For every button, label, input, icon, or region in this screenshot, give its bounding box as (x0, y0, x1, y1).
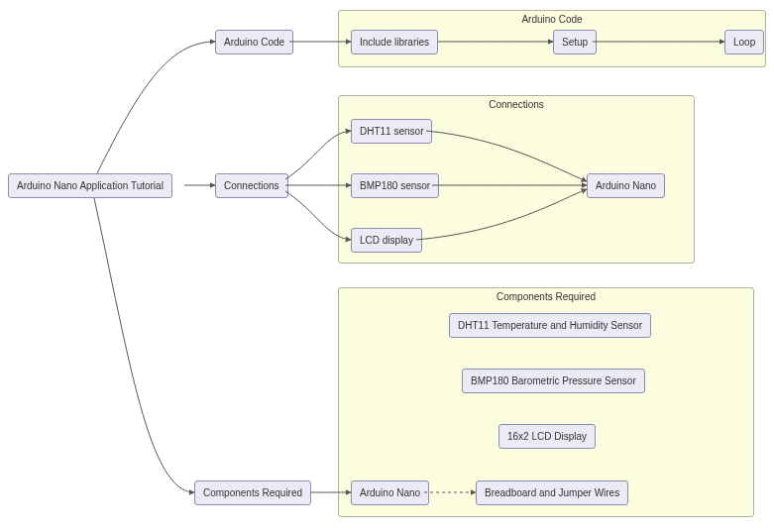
node-breadboard: Breadboard and Jumper Wires (476, 480, 628, 505)
node-bmp180-full: BMP180 Barometric Pressure Sensor (462, 369, 645, 393)
group-title-arduino-code: Arduino Code (339, 14, 765, 25)
node-connections: Connections (215, 173, 288, 198)
node-lcd-full: 16x2 LCD Display (498, 424, 596, 449)
node-arduino-nano-comp: Arduino Nano (351, 480, 429, 505)
node-loop: Loop (724, 30, 764, 54)
node-dht11-sensor: DHT11 sensor (351, 119, 432, 144)
node-dht11-full: DHT11 Temperature and Humidity Sensor (449, 313, 651, 338)
node-setup: Setup (553, 30, 597, 54)
node-arduino-nano-conn: Arduino Nano (587, 173, 665, 198)
group-title-components: Components Required (339, 291, 753, 302)
node-arduino-code: Arduino Code (215, 30, 293, 54)
node-root: Arduino Nano Application Tutorial (8, 173, 172, 198)
node-bmp180-sensor: BMP180 sensor (351, 173, 439, 198)
node-include-libraries: Include libraries (351, 30, 438, 54)
node-lcd-display: LCD display (351, 228, 422, 253)
group-title-connections: Connections (339, 99, 694, 110)
node-components-required: Components Required (194, 480, 311, 505)
